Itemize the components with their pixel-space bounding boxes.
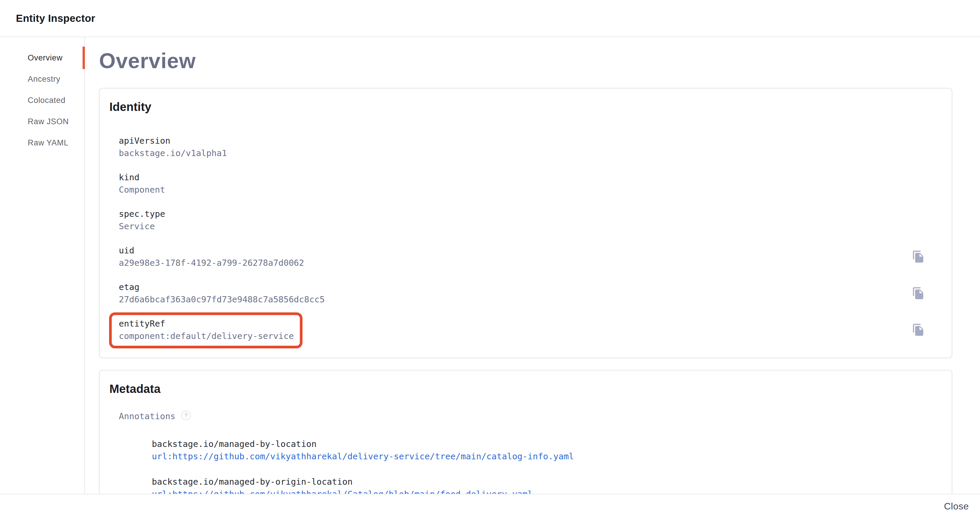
copy-uid-button[interactable] xyxy=(912,250,925,264)
entityref-highlight-box: entityRef component:default/delivery-ser… xyxy=(109,312,302,348)
field-row-etag: etag 27d6a6bcaf363a0c97fd73e9488c7a5856d… xyxy=(119,281,925,306)
metadata-card: Metadata Annotations ? backstage.io/mana… xyxy=(99,370,952,494)
annotation-link[interactable]: url:https://github.com/vikyathharekal/de… xyxy=(152,450,574,462)
annotation-entry: backstage.io/managed-by-location url:htt… xyxy=(152,438,925,462)
dialog-header: Entity Inspector xyxy=(0,0,980,37)
field-row-entityref: entityRef component:default/delivery-ser… xyxy=(119,317,925,342)
annotations-label: Annotations xyxy=(119,410,175,422)
dialog-body: Overview Ancestry Colocated Raw JSON Raw… xyxy=(0,37,980,494)
sidebar-item-colocated[interactable]: Colocated xyxy=(0,90,84,111)
copy-etag-button[interactable] xyxy=(912,286,925,300)
annotation-key: backstage.io/managed-by-location xyxy=(152,438,925,450)
field-label: spec.type xyxy=(119,208,925,220)
content-pane: Overview Identity apiVersion backstage.i… xyxy=(85,37,980,494)
field-row-kind: kind Component xyxy=(119,171,925,196)
field-value: a29e98e3-178f-4192-a799-26278a7d0062 xyxy=(119,257,912,269)
field-value: backstage.io/v1alpha1 xyxy=(119,147,925,159)
annotation-link[interactable]: url:https://github.com/vikyathharekal/Ca… xyxy=(152,488,533,494)
field-label: kind xyxy=(119,171,925,183)
copy-icon xyxy=(912,323,925,336)
help-icon[interactable]: ? xyxy=(181,411,191,420)
field-label: apiVersion xyxy=(119,134,925,147)
field-value: 27d6a6bcaf363a0c97fd73e9488c7a5856dc8cc5 xyxy=(119,293,912,306)
close-button[interactable]: Close xyxy=(944,499,969,514)
field-label: etag xyxy=(119,281,912,293)
metadata-card-title: Metadata xyxy=(110,382,925,396)
inspector-sidebar: Overview Ancestry Colocated Raw JSON Raw… xyxy=(0,37,85,494)
sidebar-item-ancestry[interactable]: Ancestry xyxy=(0,69,84,90)
field-value: component:default/delivery-service xyxy=(119,330,294,342)
field-label: uid xyxy=(119,244,912,257)
sidebar-item-raw-yaml[interactable]: Raw YAML xyxy=(0,132,84,153)
identity-card: Identity apiVersion backstage.io/v1alpha… xyxy=(99,88,952,358)
annotations-list: backstage.io/managed-by-location url:htt… xyxy=(152,438,925,494)
identity-fields: apiVersion backstage.io/v1alpha1 kind Co… xyxy=(119,134,925,342)
sidebar-item-overview[interactable]: Overview xyxy=(0,47,84,69)
annotation-key: backstage.io/managed-by-origin-location xyxy=(152,475,925,488)
copy-entityref-button[interactable] xyxy=(912,323,925,337)
dialog-footer: Close xyxy=(0,494,980,518)
field-value: Service xyxy=(119,220,925,233)
field-row-spec-type: spec.type Service xyxy=(119,208,925,233)
sidebar-item-raw-json[interactable]: Raw JSON xyxy=(0,111,84,132)
copy-icon xyxy=(912,250,925,263)
field-label: entityRef xyxy=(119,317,294,330)
annotations-section-header: Annotations ? xyxy=(119,410,925,422)
dialog-title: Entity Inspector xyxy=(16,13,95,24)
annotation-entry: backstage.io/managed-by-origin-location … xyxy=(152,475,925,494)
field-row-apiversion: apiVersion backstage.io/v1alpha1 xyxy=(119,134,925,159)
field-value: Component xyxy=(119,183,925,196)
identity-card-title: Identity xyxy=(110,100,925,114)
field-row-uid: uid a29e98e3-178f-4192-a799-26278a7d0062 xyxy=(119,244,925,269)
page-title: Overview xyxy=(99,49,980,73)
copy-icon xyxy=(912,287,925,300)
